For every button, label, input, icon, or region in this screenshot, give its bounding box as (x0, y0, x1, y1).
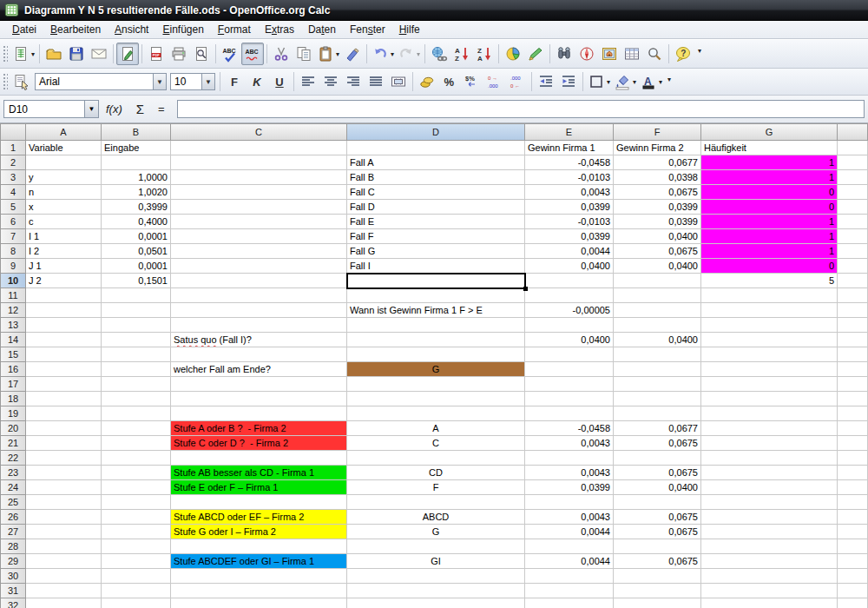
function-wizard-icon[interactable]: f(x) (99, 102, 129, 116)
cell-F30[interactable] (614, 569, 701, 584)
cell-G26[interactable] (701, 510, 838, 525)
row-header-25[interactable]: 25 (0, 495, 26, 510)
cell-G19[interactable] (701, 406, 838, 421)
cell-E5[interactable]: 0,0399 (525, 200, 614, 215)
cell-A12[interactable] (26, 303, 102, 318)
cell-E19[interactable] (525, 406, 614, 421)
cell-B8[interactable]: 0,0501 (102, 244, 171, 259)
cell-A32[interactable] (26, 598, 102, 608)
cell-D23[interactable]: CD (347, 466, 525, 480)
zoom-button[interactable] (643, 43, 666, 65)
cell-G12[interactable] (701, 303, 838, 318)
edit-mode-button[interactable] (116, 43, 139, 65)
cell-G10[interactable]: 5 (701, 274, 838, 288)
cell-F12[interactable] (614, 303, 701, 318)
cell-G28[interactable] (701, 539, 838, 554)
selection-fill-handle[interactable] (523, 287, 528, 291)
email-button[interactable] (88, 43, 110, 65)
borders-button[interactable]: ▾ (586, 70, 612, 93)
cell-C11[interactable] (171, 288, 347, 303)
cell-H14[interactable] (838, 333, 868, 347)
cell-D17[interactable] (347, 377, 525, 392)
cell-C16[interactable]: welcher Fall am Ende? (171, 362, 347, 377)
row-header-8[interactable]: 8 (0, 244, 26, 259)
cell-D3[interactable]: Fall B (347, 170, 525, 185)
redo-dropdown-icon[interactable]: ▾ (417, 50, 420, 58)
cell-E22[interactable] (525, 451, 614, 466)
cell-F6[interactable]: 0,0399 (614, 215, 701, 229)
name-box[interactable]: D10 ▼ (3, 100, 99, 118)
cell-F31[interactable] (614, 584, 701, 598)
row-header-22[interactable]: 22 (0, 451, 26, 466)
cell-B31[interactable] (102, 584, 171, 598)
cell-B5[interactable]: 0,3999 (102, 200, 171, 215)
background-color-button[interactable]: ▾ (612, 70, 638, 93)
row-header-11[interactable]: 11 (0, 288, 26, 303)
cell-D16[interactable]: G (347, 362, 525, 377)
menu-item-fenster[interactable]: Fenster (343, 22, 392, 37)
cell-A18[interactable] (26, 392, 102, 406)
cell-H27[interactable] (838, 525, 868, 539)
row-header-15[interactable]: 15 (0, 347, 26, 362)
align-center-button[interactable] (319, 70, 342, 93)
row-header-29[interactable]: 29 (0, 554, 26, 569)
cell-H15[interactable] (838, 347, 868, 362)
cell-F9[interactable]: 0,0400 (614, 259, 701, 274)
cell-B3[interactable]: 1,0000 (102, 170, 171, 185)
find-replace-button[interactable] (553, 43, 575, 65)
cell-H5[interactable] (838, 200, 868, 215)
cell-D19[interactable] (347, 406, 525, 421)
page-preview-button[interactable] (190, 43, 213, 65)
cell-E12[interactable]: -0,00005 (525, 303, 614, 318)
cell-H12[interactable] (838, 303, 868, 318)
cell-D7[interactable]: Fall F (347, 229, 525, 244)
row-header-32[interactable]: 32 (0, 598, 26, 608)
cell-G23[interactable] (701, 466, 838, 480)
cell-A7[interactable]: I 1 (26, 229, 102, 244)
increase-indent-button[interactable] (557, 70, 580, 93)
cell-G6[interactable]: 1 (701, 215, 838, 229)
cell-A28[interactable] (26, 539, 102, 554)
cell-B24[interactable] (102, 480, 171, 495)
cell-G20[interactable] (701, 421, 838, 436)
select-all-corner[interactable] (0, 123, 26, 141)
cell-C9[interactable] (171, 259, 347, 274)
cell-C15[interactable] (171, 347, 347, 362)
cell-G16[interactable] (701, 362, 838, 377)
cell-H29[interactable] (838, 554, 868, 569)
name-box-dropdown-icon[interactable]: ▼ (84, 101, 98, 117)
cell-B15[interactable] (102, 347, 171, 362)
cell-H17[interactable] (838, 377, 868, 392)
cell-G21[interactable] (701, 436, 838, 451)
row-header-14[interactable]: 14 (0, 333, 26, 347)
cell-E14[interactable]: 0,0400 (525, 333, 614, 347)
cell-A13[interactable] (26, 318, 102, 333)
align-justified-button[interactable] (365, 70, 387, 93)
cell-E10[interactable] (525, 274, 614, 288)
cell-B11[interactable] (102, 288, 171, 303)
cell-C24[interactable]: Stufe E oder F – Firma 1 (171, 480, 347, 495)
column-header-E[interactable]: E (525, 123, 614, 141)
cell-A31[interactable] (26, 584, 102, 598)
cell-D28[interactable] (347, 539, 525, 554)
cell-B7[interactable]: 0,0001 (102, 229, 171, 244)
cell-A1[interactable]: Variable (26, 141, 102, 155)
cell-B12[interactable] (102, 303, 171, 318)
cell-B1[interactable]: Eingabe (102, 141, 171, 155)
chevron-down-icon[interactable]: ▼ (153, 74, 166, 89)
gallery-button[interactable] (598, 43, 621, 65)
cell-F3[interactable]: 0,0398 (614, 170, 701, 185)
currency-format-button[interactable] (416, 70, 438, 93)
cell-F2[interactable]: 0,0677 (614, 155, 701, 170)
row-header-1[interactable]: 1 (0, 141, 26, 155)
cell-B14[interactable] (102, 333, 171, 347)
cell-D30[interactable] (347, 569, 525, 584)
font-color-button[interactable]: A▾ (638, 70, 664, 93)
cell-A10[interactable]: J 2 (26, 274, 102, 288)
auto-spellcheck-button[interactable]: ABC (241, 43, 264, 65)
row-header-23[interactable]: 23 (0, 466, 26, 480)
merge-cells-button[interactable] (387, 70, 410, 93)
cell-H23[interactable] (838, 466, 868, 480)
cell-F14[interactable]: 0,0400 (614, 333, 701, 347)
cell-H24[interactable] (838, 480, 868, 495)
